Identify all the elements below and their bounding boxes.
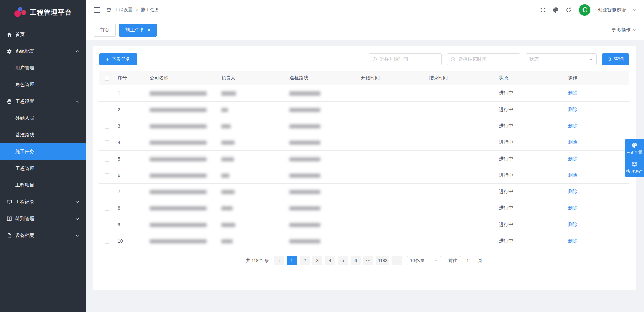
sidebar-group-project-records[interactable]: 工程记录 [0,194,86,210]
pagination-more-button[interactable]: ••• [363,256,373,265]
table-row: 5 进行中 删除 [99,150,629,167]
goto-page-input[interactable] [460,256,475,265]
sidebar-group-checkin-management[interactable]: 签到管理 [0,210,86,227]
cell-seq: 5 [114,150,146,167]
redacted-manager-name [221,91,236,96]
table-row: 7 进行中 删除 [99,183,629,200]
delete-link[interactable]: 删除 [568,189,577,194]
page-number-button[interactable]: 6 [351,256,361,265]
table-row: 9 进行中 删除 [99,216,629,233]
page-number-button[interactable]: 5 [338,256,348,265]
cell-company [146,200,218,216]
refresh-icon[interactable] [566,7,572,13]
cell-status: 进行中 [496,150,565,167]
tab-home[interactable]: 首页 [94,24,116,37]
redacted-route-name [289,108,320,112]
sidebar-group-project-settings[interactable]: 工程设置 [0,93,86,110]
delete-link[interactable]: 删除 [568,172,577,178]
user-avatar[interactable]: C [578,4,591,16]
cell-seq: 10 [114,233,146,249]
tab-label: 施工任务 [125,27,144,33]
row-checkbox[interactable] [105,157,109,162]
select-all-checkbox[interactable] [105,76,109,81]
page-number-button[interactable]: 2 [300,256,310,265]
user-name[interactable]: 创源智能超管 [598,7,626,13]
delete-link[interactable]: 删除 [568,139,577,145]
chevron-down-icon[interactable] [633,8,637,12]
delete-link[interactable]: 删除 [568,107,577,112]
sidebar-menu: 首页 系统配置 用户管理 角色管理 工程设置 外勤人 [0,26,86,244]
page-number-button[interactable]: 1183 [376,256,389,265]
close-tab-icon[interactable]: × [148,28,150,33]
page-size-select[interactable]: 10条/页 [407,256,441,265]
cell-seq: 3 [114,118,146,134]
sidebar-item-label: 外勤人员 [15,115,34,121]
redacted-manager-name [221,239,233,243]
sidebar-group-label: 工程设置 [15,99,34,105]
redacted-manager-name [221,206,233,210]
sidebar-item-construction-task[interactable]: 施工任务 [0,143,86,160]
delete-link[interactable]: 删除 [568,205,577,210]
cell-seq: 6 [114,167,146,183]
page-number-button[interactable]: 1 [287,256,297,265]
end-time-input[interactable]: 选择结束时间 [447,53,520,65]
cell-route [286,85,358,101]
sidebar-group-device-archive[interactable]: 设备档案 [0,227,86,244]
delete-link[interactable]: 删除 [568,222,577,227]
next-page-button[interactable]: › [392,256,402,265]
fullscreen-icon[interactable] [540,7,546,13]
cell-seq: 2 [114,101,146,118]
query-button[interactable]: 查询 [602,53,629,65]
column-end-time: 结束时间 [426,71,496,85]
cell-start-time [358,134,426,150]
pagination: 共 11821 条 ‹ 123456•••1183 › 10条/页 前往 页 [99,256,629,265]
delete-link[interactable]: 删除 [568,123,577,128]
row-checkbox[interactable] [105,190,109,194]
cell-seq: 1 [114,85,146,101]
redacted-company-name [150,239,207,243]
sidebar-item-project-management[interactable]: 工程管理 [0,160,86,177]
theme-config-button[interactable]: 主题配置 [625,139,644,158]
sidebar-item-field-staff[interactable]: 外勤人员 [0,110,86,127]
sidebar-item-project-items[interactable]: 工程项目 [0,177,86,194]
breadcrumb-root[interactable]: 工程设置 [114,7,133,13]
start-time-input[interactable]: 选择开始时间 [369,53,442,65]
cell-manager [218,183,286,200]
app-logo: 工程管理平台 [0,0,86,25]
row-checkbox[interactable] [105,223,109,227]
row-checkbox[interactable] [105,91,109,96]
row-checkbox[interactable] [105,206,109,211]
delete-link[interactable]: 删除 [568,238,577,243]
breadcrumb-separator: > [136,7,138,12]
collapse-sidebar-icon[interactable] [94,7,100,13]
page-number-button[interactable]: 4 [325,256,335,265]
row-checkbox[interactable] [105,108,109,112]
page-number-button[interactable]: 3 [312,256,322,265]
sidebar-item-base-route[interactable]: 基准路线 [0,127,86,143]
status-select[interactable]: 状态 [526,53,597,65]
tab-construction-task[interactable]: 施工任务 × [119,24,157,37]
copy-source-button[interactable]: 拷贝源码 [625,158,644,177]
redacted-company-name [150,141,207,145]
redacted-route-name [289,91,320,96]
sidebar-group-system-config[interactable]: 系统配置 [0,43,86,60]
more-operations-dropdown[interactable]: 更多操作 [612,27,637,33]
delete-link[interactable]: 删除 [568,90,577,96]
chevron-up-icon [75,49,79,53]
sidebar-item-role-management[interactable]: 角色管理 [0,76,86,93]
sidebar-item-user-management[interactable]: 用户管理 [0,60,86,76]
redacted-manager-name [221,157,234,161]
redacted-manager-name [221,190,235,194]
delete-link[interactable]: 删除 [568,156,577,161]
cell-end-time [426,101,496,118]
prev-page-button[interactable]: ‹ [274,256,284,265]
row-checkbox[interactable] [105,124,109,129]
row-checkbox[interactable] [105,173,109,178]
row-checkbox[interactable] [105,140,109,145]
column-company: 公司名称 [146,71,218,85]
dispatch-task-button[interactable]: + 下发任务 [99,53,137,65]
palette-icon[interactable] [553,7,559,13]
table-row: 1 进行中 删除 [99,85,629,101]
row-checkbox[interactable] [105,239,109,244]
sidebar-item-home[interactable]: 首页 [0,26,86,43]
